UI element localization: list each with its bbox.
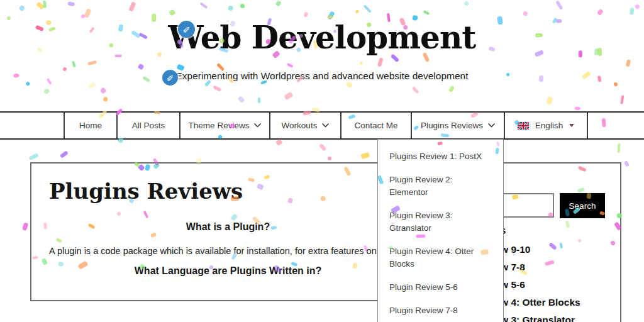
site-tagline: Experimenting with Worldpress and advanc… (0, 70, 644, 82)
confetti-piece (60, 150, 69, 158)
article-title: Plugins Reviews (49, 179, 243, 204)
main-navigation: Home All Posts Theme Reviews Workouts Co… (0, 111, 644, 140)
confetti-piece (100, 87, 107, 94)
dropdown-item-plugin-review-3-gtranslator[interactable]: Plugin Review 3: Gtranslator (389, 209, 490, 235)
confetti-piece (613, 82, 618, 86)
edit-title-button[interactable]: ✎ (178, 21, 195, 38)
nav-right-spacer (588, 113, 644, 138)
nav-item-contact-me[interactable]: Contact Me (341, 113, 412, 138)
plugins-reviews-dropdown-menu: Plugins Review 1: PostX Plugin Review 2:… (377, 139, 504, 322)
nav-item-workouts[interactable]: Workouts (270, 113, 341, 138)
nav-item-plugins-reviews[interactable]: Plugins Reviews (412, 113, 505, 138)
confetti-piece (275, 0, 282, 6)
nav-label: Workouts (282, 121, 318, 130)
confetti-piece (103, 96, 108, 102)
confetti-piece (80, 13, 86, 18)
dropdown-item-plugin-review-2-elementor[interactable]: Plugin Review 2: Elementor (389, 174, 490, 199)
nav-label: Plugins Reviews (421, 121, 483, 130)
confetti-piece (213, 86, 222, 92)
confetti-piece (345, 80, 353, 87)
confetti-piece (84, 9, 91, 18)
chevron-down-icon (488, 123, 495, 128)
confetti-piece (327, 156, 331, 160)
confetti-piece (360, 152, 369, 159)
confetti-piece (25, 81, 31, 87)
confetti-piece (626, 59, 631, 67)
confetti-piece (169, 9, 176, 16)
language-dropdown-arrow-icon (569, 124, 574, 127)
nav-label: All Posts (132, 121, 165, 130)
confetti-piece (88, 60, 97, 65)
confetti-piece (618, 143, 621, 153)
nav-label: Home (79, 121, 102, 130)
pencil-icon: ✎ (165, 74, 174, 82)
confetti-piece (129, 1, 136, 11)
confetti-piece (546, 96, 553, 105)
confetti-piece (36, 1, 45, 9)
article-paragraph: A plugin is a code package which is avai… (49, 246, 420, 256)
confetti-piece (377, 57, 384, 67)
confetti-piece (23, 223, 29, 231)
confetti-piece (556, 1, 564, 10)
confetti-piece (319, 143, 327, 151)
confetti-piece (303, 11, 308, 18)
confetti-piece (18, 4, 25, 11)
dropdown-item-plugin-review-7-8[interactable]: Plugin Review 7-8 (389, 304, 490, 317)
dropdown-item-plugin-review-4-otter-blocks[interactable]: Plugin Review 4: Otter Blocks (389, 245, 490, 270)
confetti-piece (463, 1, 469, 7)
search-button[interactable]: Search (560, 193, 605, 218)
confetti-piece (199, 2, 208, 9)
nav-label: English (535, 121, 563, 130)
confetti-piece (359, 61, 363, 65)
dropdown-item-plugins-review-1-postx[interactable]: Plugins Review 1: PostX (389, 150, 490, 163)
confetti-piece (88, 82, 96, 89)
confetti-piece (448, 85, 455, 92)
confetti-piece (355, 10, 359, 14)
confetti-piece (237, 96, 245, 103)
nav-left-spacer (0, 113, 65, 138)
uk-flag-icon (518, 122, 529, 130)
site-title: Web Development (0, 19, 644, 56)
confetti-piece (623, 160, 630, 167)
nav-label: Theme Reviews (189, 121, 250, 130)
confetti-piece (597, 8, 604, 15)
confetti-piece (523, 11, 528, 16)
article-plugins-reviews: Plugins Reviews What is a Plugin? A plug… (30, 162, 426, 301)
confetti-piece (240, 4, 245, 9)
nav-item-all-posts[interactable]: All Posts (118, 113, 180, 138)
confetti-piece (575, 107, 580, 110)
edit-tagline-button[interactable]: ✎ (162, 70, 178, 86)
confetti-piece (258, 97, 261, 103)
article-subheading-plugin-language: What Language are Plugins Written in? (31, 265, 425, 277)
nav-item-language-english[interactable]: English (505, 113, 588, 138)
confetti-piece (275, 139, 283, 147)
dropdown-item-plugin-review-5-6[interactable]: Plugin Review 5-6 (389, 281, 490, 294)
confetti-piece (635, 4, 640, 9)
nav-label: Contact Me (354, 121, 397, 130)
confetti-piece (284, 92, 293, 101)
confetti-piece (29, 153, 39, 161)
confetti-piece (423, 10, 430, 15)
confetti-piece (67, 2, 75, 7)
confetti-piece (137, 63, 144, 70)
pencil-icon: ✎ (182, 26, 191, 33)
confetti-piece (43, 1, 47, 8)
article-subheading-what-is-a-plugin: What is a Plugin? (31, 221, 425, 233)
nav-item-theme-reviews[interactable]: Theme Reviews (180, 113, 270, 138)
confetti-piece (630, 8, 635, 15)
confetti-piece (412, 86, 419, 94)
confetti-piece (620, 94, 625, 104)
confetti-piece (286, 63, 293, 68)
nav-item-home[interactable]: Home (65, 113, 118, 138)
confetti-piece (227, 4, 233, 11)
confetti-piece (43, 87, 50, 94)
confetti-piece (71, 60, 75, 67)
confetti-piece (364, 4, 372, 13)
chevron-down-icon (254, 123, 261, 128)
chevron-down-icon (322, 123, 329, 128)
